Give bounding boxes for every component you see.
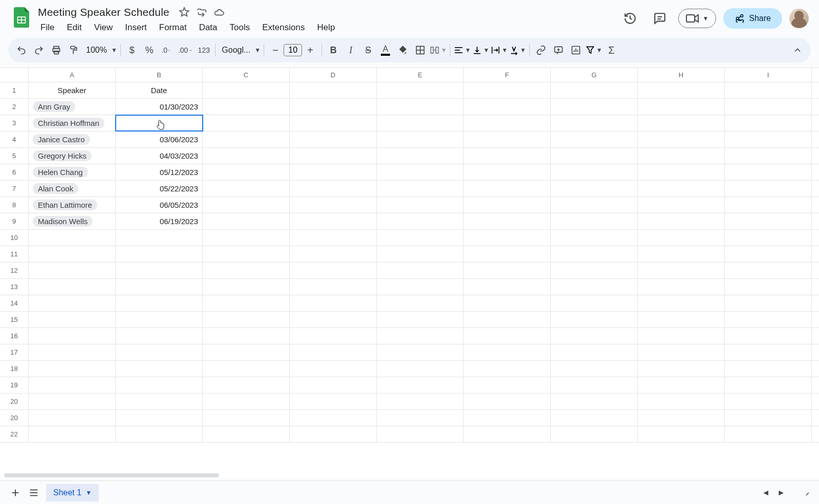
- bold-icon[interactable]: B: [325, 42, 341, 58]
- column-header-I[interactable]: I: [725, 68, 812, 82]
- people-chip[interactable]: Ethan Lattimore: [33, 200, 97, 210]
- cell-A17[interactable]: [29, 344, 116, 360]
- cell-B1[interactable]: Date: [116, 82, 203, 98]
- cell-I4[interactable]: [725, 132, 812, 147]
- avatar[interactable]: [789, 9, 809, 28]
- cell-G17[interactable]: [551, 344, 638, 360]
- row-header[interactable]: 9: [0, 213, 29, 229]
- cell-F15[interactable]: [464, 312, 551, 327]
- cell-A1[interactable]: Speaker: [29, 82, 116, 98]
- row-header[interactable]: 3: [0, 115, 29, 131]
- cell-D2[interactable]: [290, 99, 377, 115]
- row-header[interactable]: 17: [0, 344, 29, 360]
- zoom-select[interactable]: 100%▼: [83, 46, 117, 55]
- cell-F7[interactable]: [464, 181, 551, 196]
- cell-G13[interactable]: [551, 279, 638, 295]
- cell-D10[interactable]: [290, 230, 377, 246]
- cell-H18[interactable]: [638, 361, 725, 377]
- collapse-toolbar-icon[interactable]: [789, 42, 806, 58]
- font-size-input[interactable]: 10: [284, 44, 302, 56]
- cell-I20[interactable]: [725, 393, 812, 409]
- people-chip[interactable]: Ann Gray: [33, 101, 75, 112]
- cell-D15[interactable]: [290, 312, 377, 327]
- cell-G9[interactable]: [551, 213, 638, 229]
- cell-C19[interactable]: [203, 377, 290, 393]
- cell-G19[interactable]: [551, 377, 638, 393]
- cell-D20[interactable]: [290, 393, 377, 409]
- cell-H16[interactable]: [638, 328, 725, 344]
- cell-E5[interactable]: [377, 148, 464, 164]
- people-chip[interactable]: Christian Hoffman: [33, 118, 104, 128]
- increase-decimal-icon[interactable]: .00→: [176, 42, 195, 58]
- cell-E21[interactable]: [377, 410, 464, 426]
- cell-F5[interactable]: [464, 148, 551, 164]
- cell-B3[interactable]: [116, 115, 203, 131]
- cell-E2[interactable]: [377, 99, 464, 115]
- cell-F1[interactable]: [464, 82, 551, 98]
- cell-D7[interactable]: [290, 181, 377, 196]
- cell-G2[interactable]: [551, 99, 638, 115]
- row-header[interactable]: 6: [0, 164, 29, 180]
- cell-B22[interactable]: [116, 426, 203, 442]
- cell-A16[interactable]: [29, 328, 116, 344]
- cell-B13[interactable]: [116, 279, 203, 295]
- cell-G11[interactable]: [551, 246, 638, 262]
- menu-format[interactable]: Format: [154, 20, 192, 35]
- cell-I7[interactable]: [725, 181, 812, 196]
- cell-G22[interactable]: [551, 426, 638, 442]
- menu-file[interactable]: File: [35, 20, 60, 35]
- cell-B10[interactable]: [116, 230, 203, 246]
- cell-B8[interactable]: 06/05/2023: [116, 197, 203, 213]
- cell-B4[interactable]: 03/06/2023: [116, 132, 203, 147]
- cell-A14[interactable]: [29, 295, 116, 311]
- cell-B19[interactable]: [116, 377, 203, 393]
- comments-icon[interactable]: [649, 7, 671, 30]
- cell-F17[interactable]: [464, 344, 551, 360]
- cell-D1[interactable]: [290, 82, 377, 98]
- cell-H20[interactable]: [638, 393, 725, 409]
- share-button[interactable]: Share: [723, 8, 782, 29]
- cell-H15[interactable]: [638, 312, 725, 327]
- cell-I6[interactable]: [725, 164, 812, 180]
- cell-G8[interactable]: [551, 197, 638, 213]
- cell-A10[interactable]: [29, 230, 116, 246]
- cell-B11[interactable]: [116, 246, 203, 262]
- cell-A20[interactable]: [29, 393, 116, 409]
- cell-G1[interactable]: [551, 82, 638, 98]
- cell-H14[interactable]: [638, 295, 725, 311]
- cell-D11[interactable]: [290, 246, 377, 262]
- cell-A2[interactable]: Ann Gray: [29, 99, 116, 115]
- row-header[interactable]: 8: [0, 197, 29, 213]
- row-header[interactable]: 20: [0, 393, 29, 409]
- functions-icon[interactable]: Σ: [604, 42, 620, 58]
- cell-H19[interactable]: [638, 377, 725, 393]
- cell-I14[interactable]: [725, 295, 812, 311]
- decrease-font-icon[interactable]: −: [267, 42, 284, 58]
- menu-tools[interactable]: Tools: [224, 20, 256, 35]
- row-header[interactable]: 12: [0, 262, 29, 278]
- people-chip[interactable]: Janice Castro: [33, 134, 90, 145]
- cell-D19[interactable]: [290, 377, 377, 393]
- row-header[interactable]: 18: [0, 361, 29, 377]
- cell-F16[interactable]: [464, 328, 551, 344]
- cell-B18[interactable]: [116, 361, 203, 377]
- cell-E19[interactable]: [377, 377, 464, 393]
- cell-I2[interactable]: [725, 99, 812, 115]
- star-icon[interactable]: [179, 7, 190, 18]
- cell-I5[interactable]: [725, 148, 812, 164]
- menu-data[interactable]: Data: [193, 20, 223, 35]
- cell-E14[interactable]: [377, 295, 464, 311]
- cell-G21[interactable]: [551, 410, 638, 426]
- cell-A18[interactable]: [29, 361, 116, 377]
- cell-H3[interactable]: [638, 115, 725, 131]
- cell-D17[interactable]: [290, 344, 377, 360]
- cell-I9[interactable]: [725, 213, 812, 229]
- cell-D3[interactable]: [290, 115, 377, 131]
- cell-D14[interactable]: [290, 295, 377, 311]
- insert-chart-icon[interactable]: [568, 42, 584, 58]
- cell-I11[interactable]: [725, 246, 812, 262]
- cell-E13[interactable]: [377, 279, 464, 295]
- cell-C2[interactable]: [203, 99, 290, 115]
- cell-E3[interactable]: [377, 115, 464, 131]
- cell-B16[interactable]: [116, 328, 203, 344]
